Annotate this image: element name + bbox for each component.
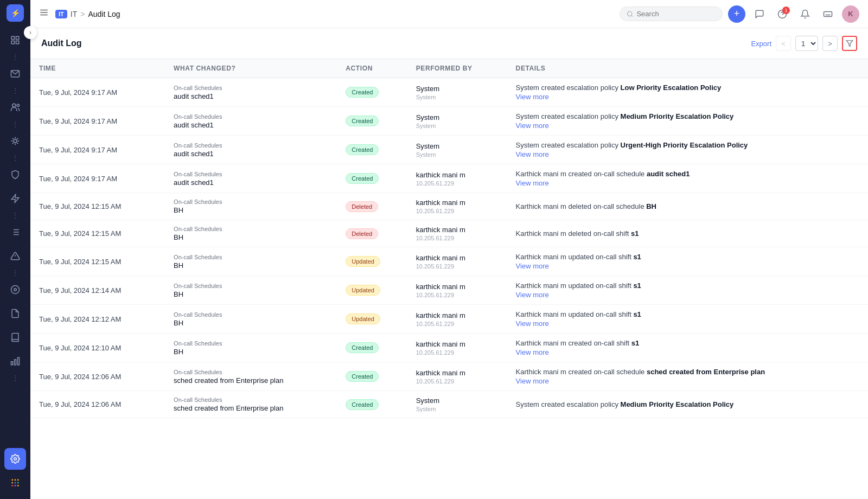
cell-what-changed: On-call Schedules audit sched1 [165,107,337,136]
svg-marker-8 [11,195,19,203]
sidebar-item-list[interactable] [4,221,26,243]
cell-details: System created escalation policy Medium … [507,391,868,418]
cell-details: Karthick mani m created on-call schedule… [507,362,868,391]
cell-what-changed: On-call Schedules BH [165,193,337,220]
export-button[interactable]: Export [751,40,771,48]
sidebar-item-mail[interactable] [4,63,26,85]
filter-button[interactable] [842,36,857,51]
view-more-link[interactable]: View more [516,291,859,299]
sidebar-item-home[interactable] [4,29,26,51]
table-body: Tue, 9 Jul, 2024 9:17 AM On-call Schedul… [30,78,868,418]
cell-what-changed: On-call Schedules audit sched1 [165,136,337,164]
cell-action: Deleted [337,193,407,220]
svg-rect-1 [16,36,19,39]
cell-details: Karthick mani m updated on-call shift s1… [507,305,868,334]
sidebar-item-bug[interactable] [4,130,26,152]
svg-point-17 [11,286,20,294]
keyboard-icon-button[interactable] [819,5,837,23]
cell-details: System created escalation policy Low Pri… [507,78,868,107]
sidebar-grid-bottom[interactable] [4,472,26,494]
cell-performed-by: karthick mani m 10.205.61.229 [407,220,507,247]
cell-performed-by: karthick mani m 10.205.61.229 [407,276,507,305]
action-badge: Created [346,399,379,410]
svg-point-29 [11,485,13,487]
table-row: Tue, 9 Jul, 2024 12:14 AM On-call Schedu… [30,276,868,305]
cell-details: System created escalation policy Urgent-… [507,136,868,164]
content-header-right: Export < 1 > [751,36,857,51]
cell-what-changed: On-call Schedules audit sched1 [165,78,337,107]
chat-icon-button[interactable] [751,5,768,23]
table-row: Tue, 9 Jul, 2024 12:06 AM On-call Schedu… [30,362,868,391]
table-row: Tue, 9 Jul, 2024 12:15 AM On-call Schedu… [30,193,868,220]
cell-what-changed: On-call Schedules BH [165,276,337,305]
cell-time: Tue, 9 Jul, 2024 9:17 AM [30,107,165,136]
cell-what-changed: On-call Schedules BH [165,334,337,362]
cell-details: Karthick mani m deleted on-call schedule… [507,193,868,220]
action-badge: Updated [346,314,380,324]
cell-action: Created [337,78,407,107]
sidebar-item-shield[interactable] [4,164,26,185]
sidebar-item-chart[interactable] [4,350,26,372]
action-badge: Created [346,371,379,382]
svg-point-25 [17,479,19,481]
view-more-link[interactable]: View more [516,319,859,328]
svg-point-26 [11,482,13,484]
cell-details: Karthick mani m updated on-call shift s1… [507,276,868,305]
col-details: Details [507,59,868,78]
view-more-link[interactable]: View more [516,179,859,187]
view-more-link[interactable]: View more [516,377,859,385]
cell-performed-by: karthick mani m 10.205.61.229 [407,334,507,362]
table-row: Tue, 9 Jul, 2024 9:17 AM On-call Schedul… [30,107,868,136]
sidebar-item-alert[interactable] [4,245,26,267]
sidebar: › ⚡ ⋮ ⋮ ⋮ ⋮ ⋮ ⋮ ⋮ [0,0,30,499]
cell-performed-by: karthick mani m 10.205.61.229 [407,362,507,391]
svg-rect-19 [18,357,20,365]
sidebar-item-lightning[interactable] [4,188,26,209]
cell-action: Updated [337,305,407,334]
bell-icon-button[interactable] [796,5,814,23]
svg-point-6 [17,104,20,107]
sidebar-item-settings[interactable] [4,448,26,470]
help-icon-button[interactable]: 1 [774,5,791,23]
cell-what-changed: On-call Schedules sched created from Ent… [165,362,337,391]
sidebar-dots-2: ⋮ [12,87,18,94]
cell-performed-by: System System [407,107,507,136]
cell-what-changed: On-call Schedules BH [165,247,337,276]
add-button[interactable]: + [728,5,745,23]
breadcrumb-parent[interactable]: IT [71,10,77,18]
pagination-next-button[interactable]: > [822,36,838,51]
view-more-link[interactable]: View more [516,262,859,270]
view-more-link[interactable]: View more [516,348,859,356]
cell-performed-by: karthick mani m 10.205.61.229 [407,247,507,276]
view-more-link[interactable]: View more [516,150,859,158]
main-content: IT IT > Audit Log + 1 [30,0,868,499]
sidebar-item-doc[interactable] [4,303,26,324]
cell-action: Created [337,362,407,391]
sidebar-item-people[interactable] [4,97,26,118]
sidebar-expand-button[interactable]: › [24,26,37,39]
sidebar-item-circle[interactable] [4,279,26,300]
menu-icon[interactable] [39,8,49,20]
content-area: Audit Log Export < 1 > Time What changed… [30,28,868,499]
pagination-select[interactable]: 1 [795,36,818,51]
sidebar-dots-1: ⋮ [12,53,18,61]
cell-time: Tue, 9 Jul, 2024 9:17 AM [30,136,165,164]
svg-point-31 [17,485,19,487]
cell-performed-by: System System [407,78,507,107]
action-badge: Updated [346,285,380,296]
sidebar-item-book[interactable] [4,327,26,348]
view-more-link[interactable]: View more [516,93,859,101]
search-box[interactable] [620,7,723,21]
view-more-link[interactable]: View more [516,121,859,130]
pagination-prev-button[interactable]: < [776,36,791,51]
cell-performed-by: karthick mani m 10.205.61.229 [407,193,507,220]
svg-rect-3 [16,41,19,44]
cell-time: Tue, 9 Jul, 2024 12:15 AM [30,193,165,220]
breadcrumb: IT IT > Audit Log [55,10,120,18]
cell-action: Created [337,107,407,136]
search-input[interactable] [636,10,716,18]
avatar[interactable]: K [842,5,859,23]
page-title: Audit Log [41,39,82,48]
audit-log-table: Time What changed? Action Performed by D… [30,59,868,418]
cell-what-changed: On-call Schedules BH [165,305,337,334]
